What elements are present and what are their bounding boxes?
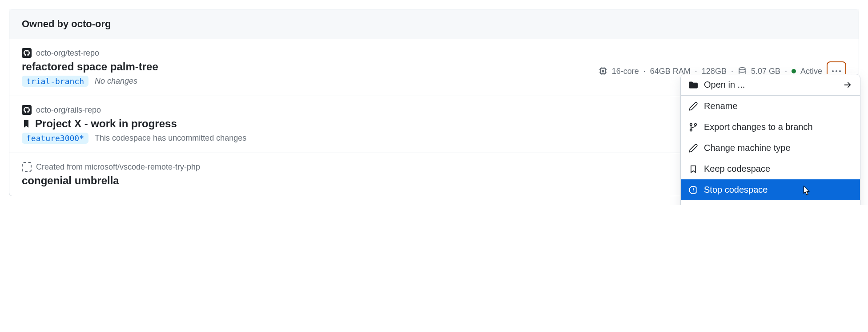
panel-header: Owned by octo-org bbox=[9, 9, 859, 39]
row-left: Created from microsoft/vscode-remote-try… bbox=[22, 162, 200, 187]
menu-label: Rename bbox=[704, 101, 738, 111]
menu-label: Stop codespace bbox=[704, 185, 768, 195]
menu-change-machine[interactable]: Change machine type bbox=[681, 138, 860, 158]
svg-point-1 bbox=[690, 123, 692, 126]
status-dot-icon bbox=[792, 69, 796, 73]
spec-cores: 16-core bbox=[612, 67, 639, 76]
svg-point-2 bbox=[695, 123, 697, 126]
menu-label: Open in ... bbox=[704, 80, 745, 90]
pencil-icon bbox=[689, 144, 698, 153]
folder-icon bbox=[689, 81, 698, 89]
branch-note: This codespace has uncommitted changes bbox=[95, 134, 246, 143]
codespace-actions-menu: Open in ... Rename Export changes to a b… bbox=[680, 74, 860, 205]
codespace-row: octo-org/test-repo refactored space palm… bbox=[9, 39, 859, 96]
menu-label: Keep codespace bbox=[704, 164, 770, 174]
menu-rename[interactable]: Rename bbox=[681, 96, 860, 117]
codespace-title-line: congenial umbrella bbox=[22, 174, 200, 187]
branch-line: feature3000* This codespace has uncommit… bbox=[22, 133, 246, 144]
row-left: octo-org/test-repo refactored space palm… bbox=[22, 48, 158, 87]
bookmark-icon bbox=[689, 165, 698, 174]
menu-stop-codespace[interactable]: Stop codespace bbox=[681, 179, 860, 200]
codespace-title-line: Project X - work in progress bbox=[22, 117, 246, 130]
codespace-title[interactable]: Project X - work in progress bbox=[35, 117, 177, 130]
bookmark-filled-icon bbox=[22, 119, 31, 128]
arrow-right-icon bbox=[843, 81, 852, 89]
branch-note: No changes bbox=[95, 77, 137, 86]
template-icon bbox=[22, 162, 32, 172]
branch-chip[interactable]: feature3000* bbox=[22, 133, 88, 144]
repo-name[interactable]: octo-org/rails-repo bbox=[36, 105, 101, 115]
cursor-icon bbox=[801, 186, 811, 196]
menu-keep-codespace[interactable]: Keep codespace bbox=[681, 158, 860, 179]
branch-chip[interactable]: trial-branch bbox=[22, 76, 88, 87]
codespace-title-line: refactored space palm-tree bbox=[22, 61, 158, 73]
menu-open-in[interactable]: Open in ... bbox=[681, 74, 860, 96]
repo-line: octo-org/test-repo bbox=[22, 48, 158, 58]
svg-point-3 bbox=[690, 129, 692, 131]
repo-line: Created from microsoft/vscode-remote-try… bbox=[22, 162, 200, 172]
menu-label: Change machine type bbox=[704, 143, 791, 153]
pencil-icon bbox=[689, 102, 698, 111]
separator: · bbox=[643, 67, 646, 76]
menu-export-branch[interactable]: Export changes to a branch bbox=[681, 117, 860, 138]
repo-name[interactable]: octo-org/test-repo bbox=[36, 49, 99, 58]
template-source: Created from microsoft/vscode-remote-try… bbox=[36, 162, 200, 172]
menu-label: Export changes to a branch bbox=[704, 122, 813, 132]
row-left: octo-org/rails-repo Project X - work in … bbox=[22, 105, 246, 144]
repo-line: octo-org/rails-repo bbox=[22, 105, 246, 115]
svg-point-0 bbox=[739, 68, 745, 70]
stop-icon bbox=[689, 186, 698, 194]
codespaces-panel: Owned by octo-org octo-org/test-repo ref… bbox=[9, 9, 859, 196]
kebab-icon bbox=[832, 70, 841, 72]
branch-line: trial-branch No changes bbox=[22, 76, 158, 87]
panel-title: Owned by octo-org bbox=[22, 18, 111, 29]
github-icon bbox=[22, 105, 32, 115]
cpu-icon bbox=[599, 67, 607, 76]
codespace-title[interactable]: refactored space palm-tree bbox=[22, 61, 158, 73]
github-icon bbox=[22, 48, 32, 58]
git-branch-icon bbox=[689, 123, 698, 132]
codespace-title[interactable]: congenial umbrella bbox=[22, 174, 119, 187]
menu-delete[interactable]: Delete bbox=[681, 200, 860, 205]
